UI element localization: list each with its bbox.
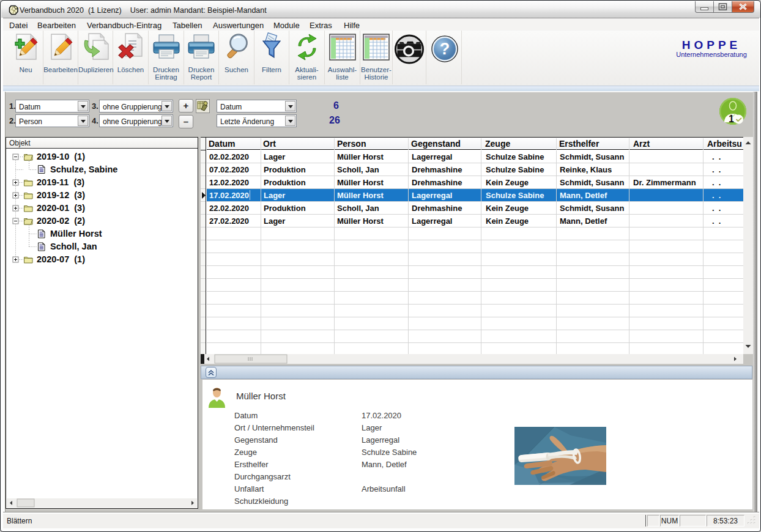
svg-text:1: 1	[729, 114, 734, 124]
svg-text:?: ?	[439, 40, 450, 58]
